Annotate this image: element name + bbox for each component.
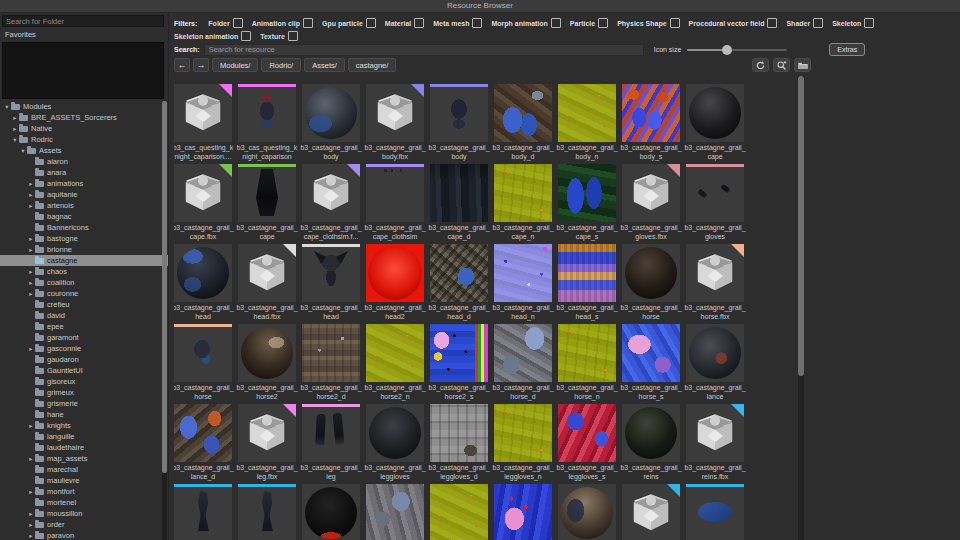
filter-checkbox[interactable] [288, 31, 298, 41]
asset-tile[interactable]: b3_castagne_grail_ head2 [366, 244, 424, 324]
asset-tile[interactable]: b3_castagne_grail_ leggloves_d [430, 404, 488, 484]
filter-morph-animation[interactable]: Morph animation [491, 18, 560, 28]
tree-item-artenois[interactable]: ▸artenois [0, 200, 168, 211]
filter-checkbox[interactable] [551, 18, 561, 28]
grid-scrollbar[interactable] [798, 76, 804, 540]
folder-search-input[interactable] [2, 15, 164, 27]
icon-size-slider[interactable] [687, 44, 787, 56]
asset-tile[interactable] [238, 484, 296, 540]
tree-scrollbar[interactable] [162, 101, 167, 540]
asset-tile[interactable]: b3_castagne_grail_ gloves [686, 164, 744, 244]
tree-item-couronne[interactable]: ▸couronne [0, 288, 168, 299]
asset-tile[interactable]: b3_castagne_grail_ leg.fbx [238, 404, 296, 484]
tree-item-languille[interactable]: languille [0, 431, 168, 442]
asset-tile[interactable]: b3_castagne_grail_ head.fbx [238, 244, 296, 324]
tree-item-brionne[interactable]: ▸brionne [0, 244, 168, 255]
filter-texture[interactable]: Texture [260, 31, 298, 41]
expand-arrow-icon[interactable]: ▸ [11, 123, 19, 134]
tree-item-maulievre[interactable]: maulievre [0, 475, 168, 486]
tree-item-grismerie[interactable]: grismerie [0, 398, 168, 409]
asset-tile[interactable]: b3_castagne_grail_ cape_s [558, 164, 616, 244]
asset-tile[interactable]: b3_castagne_grail_ cape [686, 84, 744, 164]
asset-tile[interactable]: b3_castagne_grail_ body.fbx [366, 84, 424, 164]
asset-tile[interactable] [494, 484, 552, 540]
tree-item-modules[interactable]: ▾Modules [0, 101, 168, 112]
filter-skeleton[interactable]: Skeleton [832, 18, 874, 28]
expand-arrow-icon[interactable]: ▸ [27, 244, 35, 255]
filter-procedural-vector-field[interactable]: Procedural vector field [689, 18, 778, 28]
filter-checkbox[interactable] [598, 18, 608, 28]
expand-arrow-icon[interactable]: ▸ [27, 453, 35, 464]
breadcrumb-assets[interactable]: Assets/ [304, 58, 345, 72]
breadcrumb-castagne[interactable]: castagne/ [348, 58, 397, 72]
filter-checkbox[interactable] [366, 18, 376, 28]
asset-tile[interactable] [558, 484, 616, 540]
tree-item-hane[interactable]: hane [0, 409, 168, 420]
asset-tile[interactable]: b3_castagne_grail_ horse_n [558, 324, 616, 404]
asset-tile[interactable] [686, 484, 744, 540]
expand-arrow-icon[interactable]: ▸ [27, 200, 35, 211]
tree-item-bastogne[interactable]: ▸bastogne [0, 233, 168, 244]
filter-meta-mesh[interactable]: Meta mesh [433, 18, 482, 28]
expand-arrow-icon[interactable]: ▸ [27, 288, 35, 299]
grid-scrollbar-thumb[interactable] [798, 76, 804, 376]
forward-button[interactable]: → [193, 58, 209, 72]
asset-tile[interactable]: b3_castagne_grail_ cape_clothsim.f... [302, 164, 360, 244]
tree-item-castagne[interactable]: castagne [0, 255, 168, 266]
tree-item-gauntletui[interactable]: GauntletUI [0, 365, 168, 376]
tree-item-animations[interactable]: ▸animations [0, 178, 168, 189]
back-button[interactable]: ← [174, 58, 190, 72]
asset-tile[interactable]: b3_castagne_grail_ horse2_s [430, 324, 488, 404]
tree-item-gisoreux[interactable]: gisoreux [0, 376, 168, 387]
asset-tile[interactable]: b3_cas_questing_k night_caparison [238, 84, 296, 164]
filter-checkbox[interactable] [233, 18, 243, 28]
filter-checkbox[interactable] [864, 18, 874, 28]
tree-item-bre-assets-sorcerers[interactable]: ▸BRE_ASSETS_Sorcerers [0, 112, 168, 123]
asset-tile[interactable]: b3_castagne_grail_ body_n [558, 84, 616, 164]
filter-skeleton-animation[interactable]: Skeleton animation [174, 31, 251, 41]
asset-tile[interactable]: b3_castagne_grail_ lance_d [174, 404, 232, 484]
asset-tile[interactable]: b3_castagne_grail_ cape_clothsim [366, 164, 424, 244]
filter-checkbox[interactable] [414, 18, 424, 28]
tree-item-epee[interactable]: epee [0, 321, 168, 332]
tree-item-map-assets[interactable]: ▸map_assets [0, 453, 168, 464]
tree-item-native[interactable]: ▸Native [0, 123, 168, 134]
asset-tile[interactable] [622, 484, 680, 540]
asset-tile[interactable]: b3_castagne_grail_ body [430, 84, 488, 164]
tree-item-gaudaron[interactable]: gaudaron [0, 354, 168, 365]
favorites-panel[interactable] [2, 42, 164, 99]
asset-tile[interactable]: b3_castagne_grail_ horse.fbx [686, 244, 744, 324]
asset-tile[interactable]: b3_castagne_grail_ head_s [558, 244, 616, 324]
asset-tile[interactable]: b3_castagne_grail_ cape_n [494, 164, 552, 244]
asset-tile[interactable]: b3_castagne_grail_ leggloves_s [558, 404, 616, 484]
asset-tile[interactable]: b3_castagne_grail_ leggloves [366, 404, 424, 484]
asset-tile[interactable]: b3_castagne_grail_ reins [622, 404, 680, 484]
import-asset-icon[interactable] [773, 58, 790, 72]
refresh-icon[interactable] [752, 58, 769, 72]
asset-tile[interactable]: b3_castagne_grail_ horse2 [238, 324, 296, 404]
asset-tile[interactable] [174, 484, 232, 540]
filter-animation-clip[interactable]: Animation clip [252, 18, 313, 28]
collapse-arrow-icon[interactable]: ▾ [3, 101, 11, 112]
tree-item-laudethaire[interactable]: laudethaire [0, 442, 168, 453]
filter-material[interactable]: Material [385, 18, 424, 28]
asset-tile[interactable]: b3_cas_questing_k night_caparison.... [174, 84, 232, 164]
expand-arrow-icon[interactable]: ▸ [27, 530, 35, 540]
tree-item-aquitanie[interactable]: ▸aquitanie [0, 189, 168, 200]
asset-tile[interactable]: b3_castagne_grail_ head_n [494, 244, 552, 324]
tree-item-crefieu[interactable]: crefieu [0, 299, 168, 310]
tree-item-bagnac[interactable]: bagnac [0, 211, 168, 222]
expand-arrow-icon[interactable]: ▸ [27, 420, 35, 431]
asset-tile[interactable]: b3_castagne_grail_ leg [302, 404, 360, 484]
tree-item-mortenel[interactable]: mortenel [0, 497, 168, 508]
asset-tile[interactable]: b3_castagne_grail_ head [302, 244, 360, 324]
filter-particle[interactable]: Particle [570, 18, 608, 28]
asset-tile[interactable]: b3_castagne_grail_ reins.fbx [686, 404, 744, 484]
tree-item-david[interactable]: david [0, 310, 168, 321]
resource-search-input[interactable] [204, 44, 644, 56]
asset-tile[interactable]: b3_castagne_grail_ head [174, 244, 232, 324]
asset-tile[interactable]: b3_castagne_grail_ body_d [494, 84, 552, 164]
tree-item-rodric[interactable]: ▾Rodric [0, 134, 168, 145]
tree-item-gasconnie[interactable]: ▸gasconnie [0, 343, 168, 354]
tree-item-knights[interactable]: ▸knights [0, 420, 168, 431]
